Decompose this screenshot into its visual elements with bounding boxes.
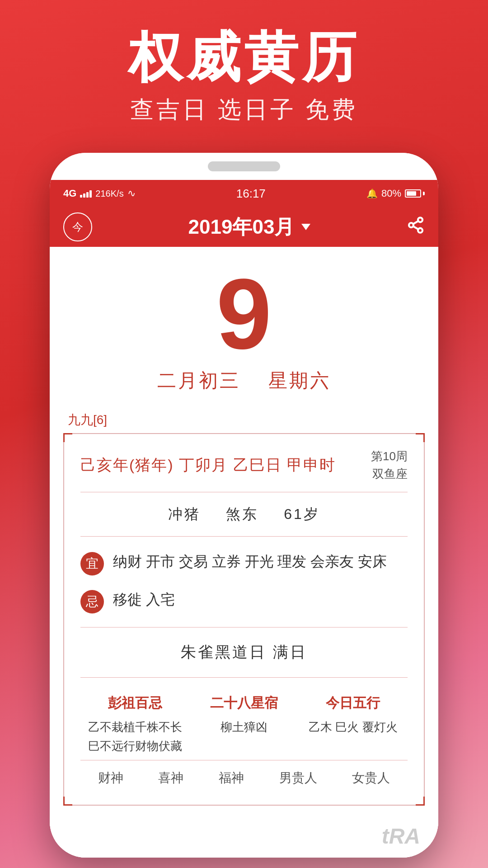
signal-label: 4G [63,188,76,199]
week-info: 第10周 [371,448,408,465]
label-xishen: 喜神 [158,769,183,787]
divider-2 [80,536,408,537]
spacer [247,370,261,391]
svg-line-4 [413,221,418,224]
promo-subtitle: 查吉日 选日子 免费 [130,94,358,126]
xiu-title: 二十八星宿 [189,694,298,712]
speed-label: 216K/s [95,189,123,199]
label-nan-guiren: 男贵人 [279,769,317,787]
ji-badge: 忌 [80,590,104,613]
corner-tl-decoration [63,433,72,442]
battery-percent: 80% [381,188,401,199]
pengzu-col: 彭祖百忌 乙不栽植千株不长巳不远行财物伏藏 [80,694,189,755]
promo-title: 权威黄历 [128,27,360,87]
zhaque-row: 朱雀黑道日 满日 [80,635,408,670]
today-label: 今 [72,220,83,234]
phone-speaker [208,161,280,171]
divider-3 [80,627,408,627]
corner-bl-decoration [63,797,72,806]
sha-text: 煞东 [226,506,258,522]
yi-badge: 宜 [80,552,104,576]
wuxing-content: 乙木 巳火 覆灯火 [299,718,408,737]
ji-label: 忌 [86,593,99,610]
corner-br-decoration [416,797,425,806]
main-content: 9 二月初三 星期六 九九[6] 己亥年(猪年) 丁卯月 乙巳日 甲申时 第10… [50,247,438,858]
dropdown-icon [301,224,310,230]
today-button[interactable]: 今 [63,212,92,241]
yi-row: 宜 纳财 开市 交易 立券 开光 理发 会亲友 安床 [80,544,408,582]
svg-line-3 [413,226,418,229]
app-header: 今 2019年03月 [50,207,438,247]
wuxing-col: 今日五行 乙木 巳火 覆灯火 [299,694,408,755]
status-bar: 4G 216K/s ∿ 16:17 🔔 80% [50,180,438,207]
pengzu-title: 彭祖百忌 [80,694,189,712]
month-title[interactable]: 2019年03月 [188,214,311,241]
divider-1 [80,492,408,492]
date-display: 9 二月初三 星期六 [50,247,438,407]
label-nv-guiren: 女贵人 [352,769,390,787]
wifi-icon: ∿ [127,188,136,199]
info-grid: 彭祖百忌 乙不栽植千株不长巳不远行财物伏藏 二十八星宿 柳土獐凶 今日五行 乙木… [80,685,408,760]
xiu-col: 二十八星宿 柳土獐凶 [189,694,298,755]
big-day-number: 9 [216,269,272,359]
zodiac: 双鱼座 [371,465,408,483]
phone-mockup: 4G 216K/s ∿ 16:17 🔔 80% 今 [50,153,438,858]
ganzhi-text: 己亥年(猪年) 丁卯月 乙巳日 甲申时 [80,455,336,476]
phone-top [50,153,438,180]
pengzu-content: 乙不栽植千株不长巳不远行财物伏藏 [80,718,189,755]
chong-text: 冲猪 [168,506,201,522]
wuxing-title: 今日五行 [299,694,408,712]
week-zodiac: 第10周 双鱼座 [371,448,408,483]
nine-counter: 九九[6] [50,407,438,433]
ganzhi-row: 己亥年(猪年) 丁卯月 乙巳日 甲申时 第10周 双鱼座 [80,448,408,483]
status-right: 🔔 80% [366,188,425,199]
label-fushen: 福神 [219,769,244,787]
label-caishen: 财神 [98,769,123,787]
divider-4 [80,677,408,678]
detail-card: 己亥年(猪年) 丁卯月 乙巳日 甲申时 第10周 双鱼座 冲猪 煞东 61岁 [63,433,425,806]
share-button[interactable] [407,216,425,238]
corner-tr-decoration [416,433,425,442]
bottom-labels: 财神 喜神 福神 男贵人 女贵人 [80,760,408,791]
promo-area: 权威黄历 查吉日 选日子 免费 [0,0,488,144]
battery-icon [405,189,425,198]
signal-bars-icon [80,189,92,198]
chong-row: 冲猪 煞东 61岁 [80,500,408,529]
month-title-text: 2019年03月 [188,214,295,241]
date-lunar-weekday: 二月初三 星期六 [157,368,331,393]
bottom-area: tRA [50,819,438,858]
alarm-icon: 🔔 [366,188,378,199]
lunar-date: 二月初三 [157,370,240,391]
age-text: 61岁 [284,506,320,522]
xiu-content: 柳土獐凶 [189,718,298,737]
watermark-text: tRA [382,824,420,849]
ji-text: 移徙 入宅 [113,588,175,611]
weekday: 星期六 [268,370,331,391]
ji-row: 忌 移徙 入宅 [80,582,408,620]
status-time: 16:17 [236,187,266,201]
status-left: 4G 216K/s ∿ [63,188,136,199]
yi-label: 宜 [86,555,99,572]
yi-text: 纳财 开市 交易 立券 开光 理发 会亲友 安床 [113,550,387,573]
